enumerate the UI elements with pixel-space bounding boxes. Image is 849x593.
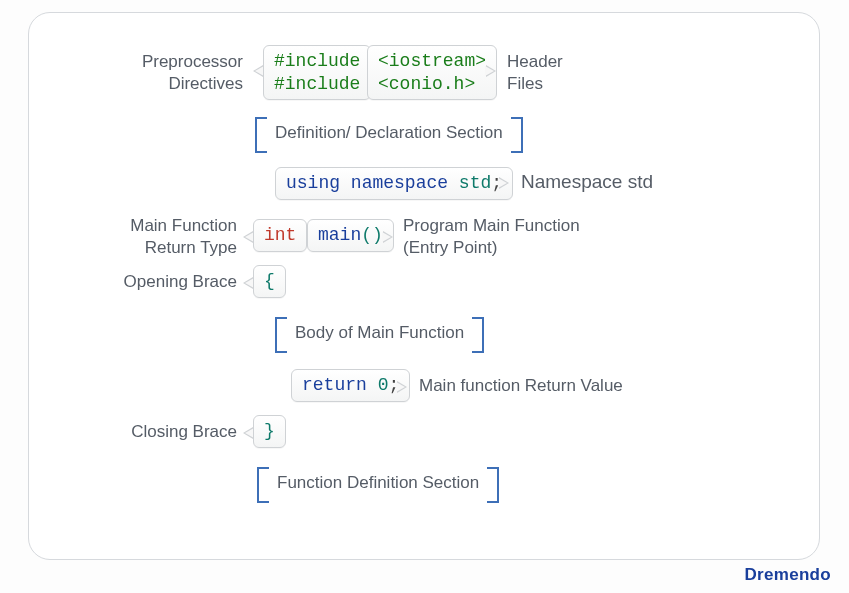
brand-logo: Dremendo bbox=[745, 565, 831, 585]
code-text: main bbox=[318, 225, 361, 245]
label-preprocessor: PreprocessorDirectives bbox=[93, 51, 243, 95]
label-preprocessor-text: PreprocessorDirectives bbox=[142, 52, 243, 93]
label-text: Namespace std bbox=[521, 171, 653, 192]
label-text: Program Main Function(Entry Point) bbox=[403, 216, 580, 257]
label-text: Main FunctionReturn Type bbox=[130, 216, 237, 257]
code-includes-directives: #include #include bbox=[263, 45, 371, 100]
label-text: Opening Brace bbox=[124, 272, 237, 291]
code-text: <iostream> bbox=[378, 51, 486, 71]
label-main-return-value: Main function Return Value bbox=[419, 375, 623, 397]
code-text: #include bbox=[274, 51, 360, 71]
code-text: <conio.h> bbox=[378, 74, 475, 94]
code-close-brace: } bbox=[253, 415, 286, 448]
code-namespace: using namespace std; bbox=[275, 167, 513, 200]
brand-text: Dremendo bbox=[745, 565, 831, 584]
label-header-files-text: HeaderFiles bbox=[507, 52, 563, 93]
callout-tail bbox=[243, 427, 253, 439]
code-text: namespace bbox=[351, 173, 448, 193]
label-opening-brace: Opening Brace bbox=[67, 271, 237, 293]
callout-tail bbox=[397, 381, 407, 393]
code-main-name: main() bbox=[307, 219, 394, 252]
callout-tail bbox=[486, 65, 496, 77]
label-closing-brace: Closing Brace bbox=[67, 421, 237, 443]
code-text: std bbox=[459, 173, 491, 193]
label-program-main: Program Main Function(Entry Point) bbox=[403, 215, 580, 259]
code-includes-headers: <iostream> <conio.h> bbox=[367, 45, 497, 100]
code-text: } bbox=[264, 421, 275, 441]
callout-tail bbox=[383, 231, 393, 243]
code-text: using bbox=[286, 173, 340, 193]
code-text: 0 bbox=[378, 375, 389, 395]
code-main-rettype: int bbox=[253, 219, 307, 252]
code-text: () bbox=[361, 225, 383, 245]
code-text: return bbox=[302, 375, 367, 395]
code-text: #include bbox=[274, 74, 360, 94]
section-text: Definition/ Declaration Section bbox=[275, 123, 503, 142]
code-text: { bbox=[264, 271, 275, 291]
label-namespace-std: Namespace std bbox=[521, 170, 653, 195]
section-text: Body of Main Function bbox=[295, 323, 464, 342]
code-return: return 0; bbox=[291, 369, 410, 402]
code-text: int bbox=[264, 225, 296, 245]
label-text: Closing Brace bbox=[131, 422, 237, 441]
callout-tail bbox=[243, 277, 253, 289]
label-header-files: HeaderFiles bbox=[507, 51, 563, 95]
callout-tail bbox=[253, 65, 263, 77]
label-text: Main function Return Value bbox=[419, 376, 623, 395]
label-main-return-type: Main FunctionReturn Type bbox=[67, 215, 237, 259]
code-open-brace: { bbox=[253, 265, 286, 298]
callout-tail bbox=[499, 177, 509, 189]
diagram-panel: PreprocessorDirectives #include #include… bbox=[28, 12, 820, 560]
section-body: Body of Main Function bbox=[279, 317, 480, 349]
section-text: Function Definition Section bbox=[277, 473, 479, 492]
section-definition: Definition/ Declaration Section bbox=[259, 117, 519, 149]
callout-tail bbox=[243, 231, 253, 243]
section-function-def: Function Definition Section bbox=[261, 467, 495, 499]
